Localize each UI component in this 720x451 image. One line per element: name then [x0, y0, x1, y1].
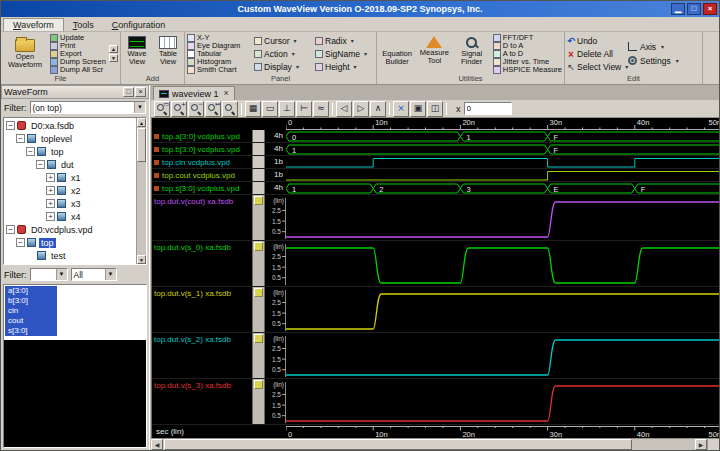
tree-item-d0-vcdplus-vpd[interactable]: −D0:vcdplus.vpd	[4, 223, 136, 236]
tree-item-top[interactable]: −top	[4, 145, 136, 158]
signal-row-top-dut-v-cout[interactable]: top.dut.v(cout) xa.fsdb(lin)2.51.50.5	[152, 195, 719, 241]
chevron-down-icon[interactable]: ▼	[134, 102, 145, 113]
signal-finder-button[interactable]: Signal Finder	[454, 33, 490, 74]
time-ruler-bottom[interactable]: 010n20n30n40n50n	[286, 426, 719, 438]
waveform-canvas-top-dut-v-s-3[interactable]	[286, 379, 719, 424]
horizontal-cursor-button[interactable]: ⊢	[296, 101, 312, 117]
close-button[interactable]: ×	[703, 3, 717, 15]
row-handle[interactable]	[252, 156, 265, 168]
measure-button[interactable]: ▭	[262, 101, 278, 117]
expander-icon[interactable]: +	[46, 173, 55, 182]
signal-row-top-dut-v-s-2[interactable]: top.dut.v(s_2) xa.fsdb(lin)2.51.50.5	[152, 333, 719, 379]
radix-button[interactable]: Radix	[315, 34, 373, 47]
axis-button[interactable]: Axis	[628, 42, 679, 52]
hspice-measure-button[interactable]: HSPICE Measure	[493, 66, 562, 74]
row-handle[interactable]	[252, 182, 265, 194]
signal-list-item-s-3-0[interactable]: s[3:0]	[5, 326, 57, 336]
wave-view-button[interactable]: Wave View	[123, 33, 151, 74]
update-button[interactable]: Update	[50, 34, 106, 42]
open-waveform-button[interactable]: Open Waveform	[3, 33, 47, 74]
tab-waveview-1[interactable]: waveview 1 ×	[153, 86, 235, 100]
waveform-canvas-top-s-3-0[interactable]: 123EF	[286, 182, 719, 194]
signal-row-top-dut-v-s-3[interactable]: top.dut.v(s_3) xa.fsdb(lin)2.51.50.5	[152, 379, 719, 425]
expander-icon[interactable]: +	[46, 199, 55, 208]
settings-button[interactable]: Settings	[628, 56, 679, 66]
tree-item-x4[interactable]: +x4	[4, 210, 136, 223]
dump-all-scr-button[interactable]: Dump All Scr	[50, 66, 106, 74]
select-view-button[interactable]: Select View	[567, 60, 625, 73]
tree-item-test[interactable]: test	[4, 249, 136, 262]
tab-close-icon[interactable]: ×	[224, 89, 229, 98]
signame-button[interactable]: SigName	[315, 47, 373, 60]
cursor-x-input[interactable]	[464, 102, 512, 115]
signal-row-top-cin[interactable]: top.cin vcdplus.vpd1b	[152, 156, 719, 169]
tree-item-x3[interactable]: +x3	[4, 197, 136, 210]
waveform-canvas-top-cout[interactable]	[286, 169, 719, 181]
tree-item-toplevel[interactable]: −toplevel	[4, 132, 136, 145]
previous-edge-button[interactable]: ◁	[336, 101, 352, 117]
drag-handle-icon[interactable]	[254, 380, 263, 389]
menu-tab-configuration[interactable]: Configuration	[103, 19, 175, 31]
tree-item-dut[interactable]: −dut	[4, 158, 136, 171]
time-ruler-top[interactable]: 010n20n30n40n50n	[286, 118, 719, 130]
tree-item-top[interactable]: −top	[4, 236, 136, 249]
height-button[interactable]: Height	[315, 60, 373, 73]
menu-tab-waveform[interactable]: Waveform	[3, 18, 64, 31]
rise-edge-button[interactable]: ∧	[370, 101, 386, 117]
expander-icon[interactable]: −	[26, 147, 35, 156]
row-handle[interactable]	[252, 143, 265, 155]
equation-builder-button[interactable]: Equation Builder	[379, 33, 415, 74]
waveform-canvas-top-cin[interactable]	[286, 156, 719, 168]
minimize-button[interactable]: ▁	[671, 3, 685, 15]
signal-list-item-cin[interactable]: cin	[5, 306, 57, 316]
tree-item-x1[interactable]: +x1	[4, 171, 136, 184]
sidebar-close-button[interactable]: ×	[135, 87, 146, 97]
scroll-down-icon[interactable]: ▼	[137, 255, 146, 264]
grid-button[interactable]: ▦	[245, 101, 261, 117]
expander-icon[interactable]: −	[6, 121, 15, 130]
zoom-fit-button[interactable]: ↔	[205, 101, 221, 117]
next-edge-button[interactable]: ▷	[353, 101, 369, 117]
waveform-canvas-top-dut-v-s-2[interactable]	[286, 333, 719, 378]
signal-row-top-b-3-0[interactable]: top.b[3:0] vcdplus.vpd4h1F	[152, 143, 719, 156]
row-handle[interactable]	[252, 333, 265, 378]
tree-scrollbar[interactable]: ▲ ▼	[136, 118, 146, 264]
waveform-canvas-top-b-3-0[interactable]: 1F	[286, 143, 719, 155]
expander-icon[interactable]: −	[16, 238, 25, 247]
row-handle[interactable]	[252, 241, 265, 286]
scroll-left-icon[interactable]: ◀	[151, 439, 163, 450]
row-handle[interactable]	[252, 130, 265, 142]
row-handle[interactable]	[252, 379, 265, 424]
tree-item-d0-xa-fsdb[interactable]: −D0:xa.fsdb	[4, 119, 136, 132]
zoom-out-button[interactable]: −	[188, 101, 204, 117]
delete-all-button[interactable]: Delete All	[567, 47, 625, 60]
snapshot-button[interactable]: ▣	[410, 101, 426, 117]
drag-handle-icon[interactable]	[254, 334, 263, 343]
sidebar-header[interactable]: WaveForm □ ×	[1, 85, 149, 99]
zoom-box-button[interactable]: ▭	[154, 101, 170, 117]
hierarchy-filter-input[interactable]: (on top) ▼	[30, 101, 147, 114]
smith-chart-button[interactable]: Smith Chart	[187, 66, 251, 74]
cursor-button[interactable]: Cursor	[254, 34, 312, 47]
horizontal-scrollbar[interactable]: ◀ ▶	[151, 438, 719, 450]
undo-button[interactable]: Undo	[567, 34, 625, 47]
chevron-down-icon[interactable]: ▼	[105, 269, 116, 280]
action-button[interactable]: Action	[254, 47, 312, 60]
signal-row-top-dut-v-s-1[interactable]: top.dut.v(s_1) xa.fsdb(lin)2.51.50.5	[152, 287, 719, 333]
delete-button[interactable]: ×	[393, 101, 409, 117]
signal-row-top-s-3-0[interactable]: top.s[3:0] vcdplus.vpd4h123EF	[152, 182, 719, 195]
signal-list-item-cout[interactable]: cout	[5, 316, 57, 326]
measure-tool-button[interactable]: Measure Tool	[416, 33, 452, 74]
waveform-canvas-top-dut-v-s-0[interactable]	[286, 241, 719, 286]
drag-handle-icon[interactable]	[254, 242, 263, 251]
zoom-in-button[interactable]: +	[171, 101, 187, 117]
scroll-right-icon[interactable]: ▶	[695, 439, 707, 450]
signal-row-top-cout[interactable]: top.cout vcdplus.vpd1b	[152, 169, 719, 182]
waveform-canvas-top-dut-v-s-1[interactable]	[286, 287, 719, 332]
table-view-button[interactable]: Table View	[154, 33, 182, 74]
scrollbar-thumb[interactable]	[137, 128, 146, 162]
menu-tab-tools[interactable]: Tools	[64, 19, 103, 31]
row-handle[interactable]	[252, 169, 265, 181]
drag-handle-icon[interactable]	[254, 288, 263, 297]
expander-icon[interactable]: −	[16, 134, 25, 143]
